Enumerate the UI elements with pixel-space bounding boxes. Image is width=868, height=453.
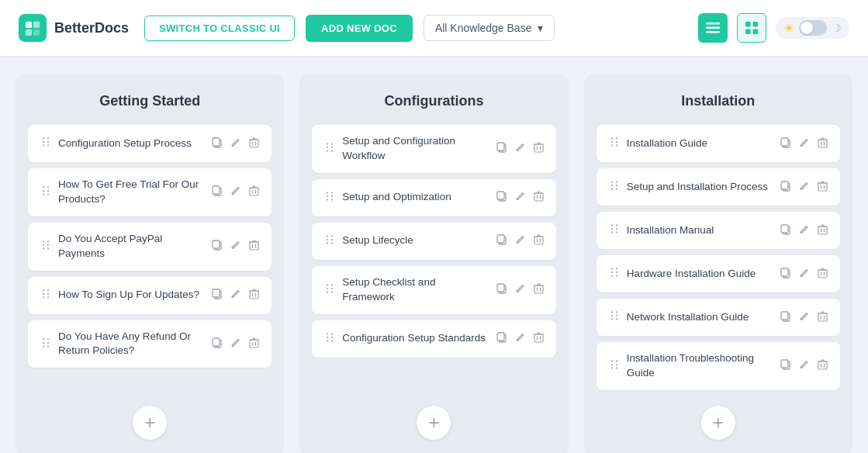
delete-icon[interactable] [532,189,545,206]
copy-icon[interactable] [495,189,509,206]
svg-point-14 [47,141,50,144]
switch-to-classic-button[interactable]: SWITCH TO CLASSIC UI [144,16,295,41]
add-doc-button-getting-started[interactable]: + [133,406,167,440]
svg-point-52 [47,345,50,348]
drag-handle-icon[interactable] [610,359,619,372]
drag-handle-icon[interactable] [41,337,50,351]
edit-icon[interactable] [229,136,243,152]
table-row: Do You Accept PayPal Payments [28,223,271,271]
edit-icon[interactable] [797,179,811,195]
copy-icon[interactable] [779,309,793,326]
delete-icon[interactable] [247,184,261,200]
svg-point-56 [327,144,329,146]
svg-point-141 [610,319,613,321]
svg-rect-82 [534,237,543,244]
copy-icon[interactable] [210,336,224,352]
edit-icon[interactable] [229,184,243,200]
drag-handle-icon[interactable] [610,223,619,237]
drag-handle-icon[interactable] [41,185,50,199]
delete-icon[interactable] [247,136,261,152]
list-view-button[interactable] [698,13,728,43]
doc-title: How To Get Free Trial For Our Products? [58,178,202,207]
edit-icon[interactable] [514,330,527,347]
edit-icon[interactable] [797,266,811,282]
copy-icon[interactable] [779,179,793,195]
table-row: Network Installation Guide [597,299,840,336]
edit-icon[interactable] [797,136,811,152]
delete-icon[interactable] [816,358,829,374]
edit-icon[interactable] [229,336,243,352]
drag-handle-icon[interactable] [41,240,50,253]
drag-handle-icon[interactable] [41,137,50,150]
copy-icon[interactable] [779,136,793,152]
svg-point-105 [610,145,613,147]
drag-handle-icon[interactable] [610,310,619,323]
svg-point-33 [43,247,45,250]
edit-icon[interactable] [514,140,527,157]
drag-handle-icon[interactable] [610,180,619,193]
svg-point-140 [615,315,617,317]
svg-point-148 [610,364,613,366]
drag-handle-icon[interactable] [325,234,334,247]
copy-icon[interactable] [210,136,224,152]
copy-icon[interactable] [210,184,224,200]
copy-icon[interactable] [495,233,509,249]
edit-icon[interactable] [514,282,527,298]
delete-icon[interactable] [247,287,261,303]
add-doc-button-configurations[interactable]: + [417,406,451,440]
delete-icon[interactable] [532,282,545,298]
theme-toggle-switch[interactable] [799,20,827,36]
delete-icon[interactable] [532,140,545,157]
table-row: Installation Troubleshooting Guide [597,342,840,390]
edit-icon[interactable] [797,358,811,374]
svg-point-137 [610,312,613,314]
edit-icon[interactable] [514,189,527,206]
svg-rect-3 [33,29,40,36]
delete-icon[interactable] [816,179,829,195]
copy-icon[interactable] [495,140,509,157]
copy-icon[interactable] [495,330,509,347]
svg-point-120 [615,225,617,227]
copy-icon[interactable] [779,358,793,374]
delete-icon[interactable] [816,223,829,239]
drag-handle-icon[interactable] [41,289,50,302]
drag-handle-icon[interactable] [325,283,334,296]
edit-icon[interactable] [229,287,243,303]
drag-handle-icon[interactable] [325,142,334,155]
delete-icon[interactable] [816,309,829,326]
delete-icon[interactable] [816,136,829,152]
add-doc-button-installation[interactable]: + [701,406,735,440]
svg-point-30 [47,240,50,243]
svg-point-122 [615,228,617,230]
delete-icon[interactable] [247,238,261,254]
knowledge-base-dropdown[interactable]: All Knowledge Base ▾ [424,15,555,41]
svg-point-50 [47,342,50,344]
svg-rect-54 [213,338,220,346]
delete-icon[interactable] [532,330,545,347]
table-row: Do You Have Any Refund Or Return Policie… [28,320,271,368]
copy-icon[interactable] [210,287,224,303]
copy-icon[interactable] [779,266,793,282]
doc-title: Hardware Installation Guide [627,267,756,282]
copy-icon[interactable] [779,223,793,239]
delete-icon[interactable] [247,336,261,352]
edit-icon[interactable] [797,309,811,326]
drag-handle-icon[interactable] [325,191,334,204]
copy-icon[interactable] [210,238,224,254]
add-new-doc-button[interactable]: ADD NEW DOC [306,15,413,42]
delete-icon[interactable] [816,266,829,282]
edit-icon[interactable] [229,238,243,254]
delete-icon[interactable] [532,233,545,249]
edit-icon[interactable] [797,223,811,239]
svg-point-77 [331,239,334,241]
edit-icon[interactable] [514,233,527,249]
drag-handle-icon[interactable] [610,137,619,150]
copy-icon[interactable] [495,282,509,298]
drag-handle-icon[interactable] [325,332,334,345]
grid-view-button[interactable] [737,13,766,43]
main-content: Getting StartedConfiguration Setup Proce… [0,56,868,453]
svg-point-106 [615,145,617,147]
theme-toggle[interactable]: ☀ ☽ [776,17,849,39]
svg-point-96 [327,340,329,342]
drag-handle-icon[interactable] [610,267,619,280]
